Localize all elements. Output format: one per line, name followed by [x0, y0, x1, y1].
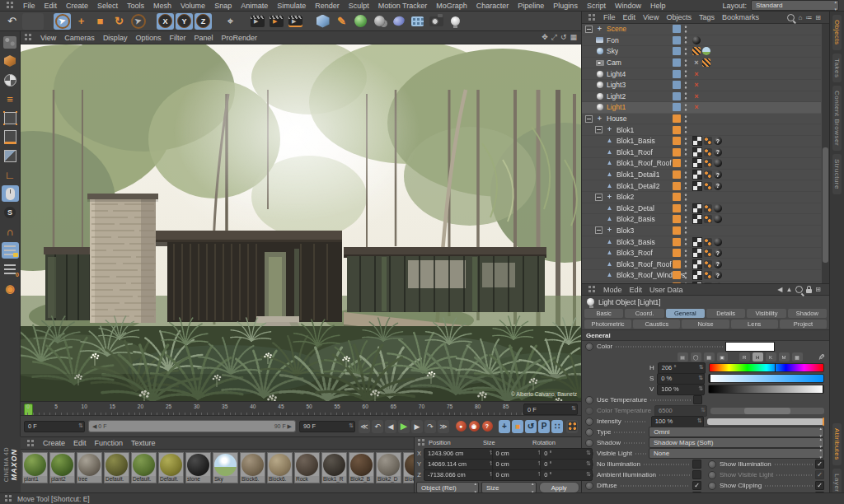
checker-tag-icon[interactable]: [692, 147, 702, 157]
layer-color-chip[interactable]: [673, 204, 681, 212]
menu-item-plugins[interactable]: Plugins: [553, 2, 578, 10]
menu-item-panel[interactable]: Panel: [194, 34, 213, 42]
layer-color-chip[interactable]: [673, 282, 681, 283]
next-frame-icon[interactable]: ▶: [411, 420, 423, 433]
tab-coord[interactable]: Coord.: [625, 309, 663, 318]
tex-sky-tag-icon[interactable]: [702, 47, 710, 55]
diffuse-checkbox[interactable]: [692, 481, 701, 490]
menu-item-prorender[interactable]: ProRender: [221, 34, 257, 42]
tree-row-blok1-roof[interactable]: ▲Blok1_Roof?: [582, 147, 821, 159]
size-x-field[interactable]: 0 cm: [492, 448, 545, 460]
rotation-b-field[interactable]: 0 °: [540, 469, 593, 481]
visible-light-dropdown[interactable]: None: [649, 448, 824, 459]
menu-item-edit[interactable]: Edit: [73, 439, 87, 447]
menu-item-view[interactable]: View: [643, 13, 659, 21]
redo-icon[interactable]: [22, 13, 44, 30]
visibility-dots-icon[interactable]: [684, 204, 687, 212]
material-plant1[interactable]: plant1: [22, 452, 48, 483]
keying-settings-icon[interactable]: [566, 420, 578, 433]
visibility-dots-icon[interactable]: [684, 82, 687, 89]
material-default[interactable]: Default.: [104, 452, 129, 483]
menu-item-window[interactable]: Window: [615, 2, 641, 10]
texture-mode-icon[interactable]: ≡: [2, 91, 19, 107]
edges-mode-icon[interactable]: [2, 128, 19, 145]
ambient-illumination-checkbox[interactable]: [692, 470, 701, 479]
menu-item-bookmarks[interactable]: Bookmarks: [722, 13, 759, 21]
toggle-views-icon[interactable]: ▦: [570, 33, 577, 42]
x-red-tag-icon[interactable]: ×: [692, 81, 701, 89]
settings-icon[interactable]: ⊞: [815, 286, 821, 293]
no-illumination-checkbox[interactable]: [692, 460, 701, 469]
menu-item-mograph[interactable]: MoGraph: [436, 2, 467, 10]
tree-row-blok3-detal[interactable]: ▲Blok3_Detal?: [582, 282, 821, 283]
material-rock[interactable]: Rock: [294, 452, 320, 483]
visibility-dots-icon[interactable]: [684, 194, 687, 201]
size-y-field[interactable]: 0 cm: [492, 459, 545, 470]
x-axis-lock-icon[interactable]: X: [157, 13, 174, 30]
visibility-dots-icon[interactable]: [684, 226, 687, 234]
locked-workplane-icon[interactable]: [2, 242, 19, 259]
visibility-dots-icon[interactable]: [684, 216, 687, 223]
tree-row-blok1-detail1[interactable]: ▲Blok1_Detail1?: [582, 170, 821, 181]
menu-item-help[interactable]: Help: [650, 2, 666, 10]
visibility-dots-icon[interactable]: [684, 48, 687, 55]
x-red-tag-icon[interactable]: ×: [692, 92, 701, 100]
tree-row-blok2-detal[interactable]: ▲Blok2_Detal: [582, 203, 821, 215]
add-modeling-icon[interactable]: [371, 13, 388, 30]
tree-row-blok3-roof-roof[interactable]: ▲Blok3_Roof_Roof?: [582, 259, 821, 270]
menu-item-texture[interactable]: Texture: [131, 439, 156, 447]
tree-row-blok1-roof-roof[interactable]: ▲Blok1_Roof_Roof: [582, 158, 821, 170]
tree-row-light1[interactable]: Light1×: [582, 102, 821, 114]
tab-caustics[interactable]: Caustics: [633, 320, 680, 329]
track-toggle-icon[interactable]: [585, 428, 593, 436]
uvw-tag-icon[interactable]: [704, 249, 712, 257]
tree-row-light3[interactable]: Light3×: [582, 80, 821, 91]
snap-icon[interactable]: S: [2, 204, 19, 221]
tree-row-blok1[interactable]: +Blok1: [582, 124, 821, 136]
material-sky[interactable]: Sky: [213, 452, 238, 483]
hue-bar[interactable]: [709, 363, 824, 372]
mixer-mode-icon[interactable]: M: [779, 352, 790, 362]
menu-item-create[interactable]: Create: [43, 439, 65, 447]
layer-color-chip[interactable]: [673, 36, 681, 44]
menu-item-pipeline[interactable]: Pipeline: [518, 2, 544, 10]
zoom-view-icon[interactable]: ⤢: [551, 33, 557, 42]
autokeying-icon[interactable]: ◉: [468, 420, 480, 433]
add-light-icon[interactable]: [447, 13, 464, 30]
tex-dark-tag-icon[interactable]: [714, 215, 722, 223]
track-toggle-icon[interactable]: [585, 396, 593, 404]
tree-row-cam[interactable]: Cam×: [582, 58, 821, 69]
tex-q-tag-icon[interactable]: ?: [714, 271, 722, 279]
layer-color-chip[interactable]: [673, 70, 681, 78]
menu-item-view[interactable]: View: [40, 34, 56, 42]
side-tab-takes[interactable]: Takes: [832, 54, 842, 82]
checker-tag-icon[interactable]: [692, 158, 702, 168]
track-toggle-icon[interactable]: [585, 418, 593, 426]
render-view-icon[interactable]: [249, 13, 266, 30]
visibility-dots-icon[interactable]: [684, 260, 687, 268]
tab-project[interactable]: Project: [780, 320, 827, 329]
tree-row-house[interactable]: +House: [582, 114, 821, 125]
visibility-dots-icon[interactable]: [684, 182, 687, 189]
tree-row-scene[interactable]: +Scene: [582, 24, 821, 35]
material-plant2[interactable]: plant2: [49, 452, 75, 483]
tex-dark-tag-icon[interactable]: [714, 204, 722, 212]
layer-color-chip[interactable]: [673, 170, 681, 179]
tree-row-sky[interactable]: Sky: [582, 46, 821, 58]
material-default[interactable]: Default.: [131, 452, 157, 483]
polygons-mode-icon[interactable]: [2, 147, 19, 164]
add-field-icon[interactable]: [409, 13, 426, 30]
checker-tag-icon[interactable]: [692, 203, 702, 213]
menu-item-filter[interactable]: Filter: [169, 34, 185, 42]
visibility-dots-icon[interactable]: [684, 126, 687, 133]
texture-preview-icon[interactable]: [2, 34, 19, 50]
menu-item-edit[interactable]: Edit: [45, 2, 58, 10]
position-x-field[interactable]: 1243.906 cm: [424, 448, 496, 460]
visibility-dots-icon[interactable]: [684, 59, 687, 67]
tree-row-blok1-basis[interactable]: ▲Blok1_Basis?: [582, 136, 821, 147]
menu-item-character[interactable]: Character: [476, 2, 509, 10]
track-toggle-icon[interactable]: [585, 343, 593, 351]
visibility-dots-icon[interactable]: [684, 171, 687, 179]
position-z-field[interactable]: -7138.066 cm: [424, 469, 496, 481]
menu-item-objects[interactable]: Objects: [666, 13, 692, 21]
